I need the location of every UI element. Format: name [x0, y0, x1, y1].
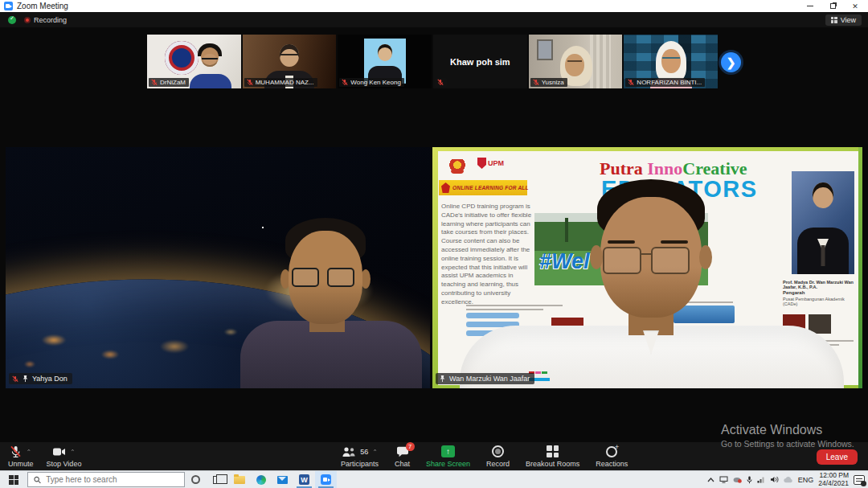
director-portrait-photo	[792, 171, 854, 274]
encryption-shield-icon[interactable]	[8, 16, 16, 24]
upm-shield-icon	[477, 158, 486, 169]
breakout-rooms-icon	[547, 445, 559, 457]
banner-graphic-icon	[441, 182, 450, 193]
recording-label: Recording	[34, 16, 67, 24]
minimize-button[interactable]	[799, 0, 821, 12]
stop-video-button[interactable]: ⌃ Stop Video	[47, 445, 82, 468]
portrait-caption-name: Prof. Madya Dr. Wan Marzuki Wan Jaafar, …	[783, 280, 860, 289]
search-input[interactable]	[46, 475, 178, 484]
tray-expand-chevron[interactable]	[707, 478, 714, 482]
action-center-icon[interactable]	[854, 475, 865, 485]
taskbar-search[interactable]	[27, 472, 185, 487]
glasses	[292, 268, 319, 287]
onedrive-alert-tray-icon[interactable]	[733, 476, 742, 483]
search-icon	[34, 476, 41, 484]
participant-name-badge: Wong Ken Keong	[339, 78, 404, 87]
zoom-taskbar-button[interactable]	[315, 471, 337, 488]
recording-dot-icon	[24, 17, 31, 23]
video-name-label: Yahya Don	[9, 373, 72, 384]
display-tray-icon[interactable]	[719, 476, 728, 483]
microphone-tray-icon[interactable]	[747, 476, 752, 484]
taskbar-clock[interactable]: 12:00 PM 24/4/2021	[818, 472, 849, 488]
close-button[interactable]: ✕	[844, 0, 866, 12]
participant-tile-khaw-poh-sim[interactable]: Khaw poh sim	[433, 35, 527, 88]
mail-icon	[277, 476, 288, 484]
muted-mic-icon	[628, 79, 634, 86]
unmute-button[interactable]: ⌃ Unmute	[8, 445, 34, 468]
cortana-button[interactable]	[185, 471, 207, 488]
chat-button[interactable]: 7 Chat	[395, 445, 410, 468]
reactions-button[interactable]: Reactions	[596, 445, 628, 468]
network-tray-icon[interactable]	[757, 476, 765, 483]
view-button[interactable]: View	[825, 14, 862, 26]
cpd-description-text: Online CPD training program is CADe's in…	[441, 203, 538, 307]
task-view-icon	[213, 476, 223, 484]
muted-mic-icon	[437, 79, 444, 86]
video-options-chevron[interactable]: ⌃	[70, 449, 76, 454]
gallery-next-button[interactable]: ❯	[721, 52, 741, 72]
zoom-meeting-window: Zoom Meeting ✕ Recording View	[0, 0, 868, 488]
volume-tray-icon[interactable]	[770, 476, 779, 483]
participant-tile-wong-ken-keong[interactable]: Wong Ken Keong	[338, 35, 432, 88]
system-tray: ENG 12:00 PM 24/4/2021	[707, 471, 868, 488]
muted-mic-icon	[151, 79, 158, 86]
main-video-wan-marzuki[interactable]: UPM ONLINE LEARNING FOR ALL Online CPD t…	[432, 147, 862, 388]
welcome-sign-text-left: #Wel	[539, 249, 590, 274]
word-button[interactable]: W	[293, 471, 315, 488]
file-explorer-button[interactable]	[228, 471, 250, 488]
view-grid-icon	[831, 17, 837, 23]
record-button[interactable]: Record	[486, 445, 510, 468]
zoom-app-icon	[4, 2, 13, 10]
chevron-right-icon: ❯	[727, 56, 736, 69]
view-label: View	[841, 16, 856, 24]
participant-name-badge: Yusniza	[530, 78, 567, 87]
muted-mic-icon	[247, 79, 253, 86]
participant-name-badge: MUHAMMAD NAZ...	[244, 78, 317, 87]
cloud-tray-icon[interactable]	[784, 477, 793, 483]
participants-button[interactable]: 56 ⌃ Participants	[341, 445, 379, 468]
leave-button[interactable]: Leave	[817, 449, 858, 465]
cortana-icon	[191, 475, 200, 484]
taskbar-date: 24/4/2021	[818, 480, 849, 488]
muted-mic-icon	[342, 79, 348, 86]
record-icon	[492, 445, 504, 457]
folder-icon	[234, 476, 245, 484]
participants-icon	[342, 446, 356, 457]
upm-logo: UPM	[477, 158, 504, 169]
notification-badge	[861, 481, 866, 486]
video-name-label: Wan Marzuki Wan Jaafar	[436, 373, 534, 384]
breakout-rooms-button[interactable]: Breakout Rooms	[526, 445, 579, 468]
pin-icon	[439, 375, 446, 383]
start-button[interactable]	[0, 471, 27, 488]
zoom-icon	[321, 474, 331, 485]
profile-photo	[364, 38, 406, 83]
language-indicator[interactable]: ENG	[798, 476, 814, 484]
participant-tile-yusniza[interactable]: Yusniza	[529, 35, 623, 88]
participant-tile-norfarizan[interactable]: NORFARIZAN BINTI...	[624, 35, 718, 88]
task-view-button[interactable]	[207, 471, 228, 488]
maximize-button[interactable]	[821, 0, 844, 12]
mail-button[interactable]	[272, 471, 293, 488]
online-learning-banner: ONLINE LEARNING FOR ALL	[439, 180, 527, 195]
edge-button[interactable]	[250, 471, 272, 488]
muted-mic-icon	[533, 79, 539, 86]
meeting-stage: DrNiZaM MUHAMMAD NAZ... Wong Ken Keong	[0, 27, 868, 442]
participant-tile-drnizam[interactable]: DrNiZaM	[147, 35, 241, 88]
portrait-caption-dept: Pusat Pembangunan Akademik (CADe)	[783, 297, 860, 306]
video-camera-icon	[52, 447, 66, 457]
participant-tile-muhammad-naz[interactable]: MUHAMMAD NAZ...	[243, 35, 337, 88]
participants-options-chevron[interactable]: ⌃	[372, 449, 378, 454]
poster-frame	[432, 147, 438, 388]
window-title-bar: Zoom Meeting ✕	[0, 0, 868, 12]
share-screen-button[interactable]: ↑ Share Screen	[426, 445, 470, 468]
malaysia-coat-of-arms-logo	[448, 159, 467, 174]
participant-gallery: DrNiZaM MUHAMMAD NAZ... Wong Ken Keong	[147, 35, 718, 88]
word-icon: W	[299, 474, 309, 485]
windows-taskbar: W ENG 1	[0, 470, 868, 488]
meeting-top-bar: Recording View	[0, 12, 868, 27]
edge-icon	[256, 475, 266, 485]
unmute-options-chevron[interactable]: ⌃	[26, 449, 31, 454]
participant-name-badge: NORFARIZAN BINTI...	[625, 78, 705, 87]
main-video-yahya-don[interactable]: Yahya Don	[6, 147, 430, 388]
sports-science-logo	[165, 41, 199, 75]
